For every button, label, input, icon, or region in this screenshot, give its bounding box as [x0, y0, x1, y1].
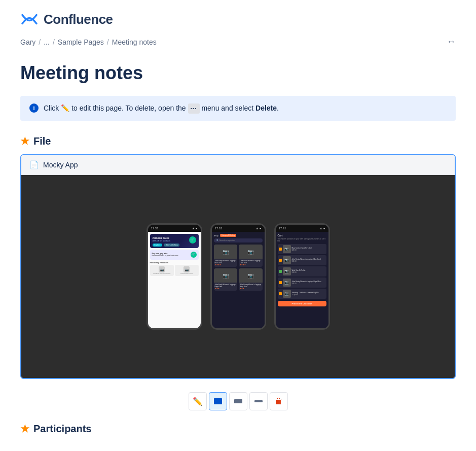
- file-card-body: 17:31 ▲ ● Autumn Sales 30% off on produc…: [21, 175, 455, 378]
- svg-rect-0: [214, 398, 222, 404]
- breadcrumb-sep-1: /: [39, 38, 41, 46]
- phone1-buy-banner: Buy now, pay later Browse the rest of yo…: [150, 250, 199, 260]
- participants-section-heading: ★ Participants: [20, 423, 456, 435]
- file-card: 📄 Mocky App 17:31 ▲ ● Autumn Sales 30% o…: [20, 154, 456, 379]
- phone2-screen: Shop Category 6 Clothing 🔍 Search on a p…: [212, 232, 265, 328]
- breadcrumb-meeting-notes[interactable]: Meeting notes: [112, 38, 157, 46]
- info-icon: i: [29, 103, 39, 113]
- phone3-item-2: 📷 John Ready Women's Leggings Blue Coral…: [278, 255, 326, 265]
- file-card-filename: Mocky App: [43, 161, 78, 169]
- phone3-item-4: 📷 John Ready Women's Leggings Napa Blue.…: [278, 277, 326, 288]
- phone2-item-3: 📷 John Brady Women's Leggings Naga Gala.…: [214, 268, 238, 291]
- phone2-status-bar: 17:31 ▲ ●: [212, 225, 265, 232]
- breadcrumb-sep-3: /: [107, 38, 109, 46]
- info-prefix: Click: [44, 104, 59, 112]
- phones-container: 17:31 ▲ ● Autumn Sales 30% off on produc…: [147, 223, 330, 330]
- phone3-checkout-btn[interactable]: Proceed to Checkout: [278, 301, 326, 306]
- view-medium-icon: [234, 398, 243, 405]
- info-banner-text: Click ✏️ to edit this page. To delete, o…: [44, 103, 279, 114]
- phone3-item-1: 📷 Mary Comfort Sand Fit T-Shirt $24.99: [278, 244, 326, 254]
- file-card-header: 📄 Mocky App: [21, 155, 455, 175]
- phone3-item-3: 📷 Wool Slim Fit T-shirt $19.99: [278, 266, 326, 276]
- toolbar-view-full-btn[interactable]: [209, 392, 227, 410]
- phone2-item-2: 📷 Love Heart Women's Leggings Corol Blue…: [239, 245, 263, 267]
- participants-heading-label: Participants: [33, 423, 91, 435]
- toolbar-delete-btn[interactable]: 🗑: [270, 392, 288, 410]
- breadcrumb-sample-pages[interactable]: Sample Pages: [58, 38, 104, 46]
- phone1-product-1: 📷 John Brady Women's Leggings: [150, 265, 174, 276]
- phone1-banner: Autumn Sales 30% off on products Explore…: [150, 234, 199, 248]
- toolbar-view-medium-btn[interactable]: [229, 392, 247, 410]
- phone1-basket2-icon: 🛒: [191, 252, 197, 258]
- phone1-buttons: Explore Men's Clothing: [153, 244, 196, 247]
- phone2-item-4: 📷 John Ready Women's Leggings Naga Blue.…: [239, 268, 263, 291]
- participants-star-icon: ★: [20, 423, 29, 435]
- phone-mockup-1: 17:31 ▲ ● Autumn Sales 30% off on produc…: [147, 223, 202, 330]
- file-toolbar: ✏️ 🗑: [20, 387, 456, 418]
- info-delete: Delete: [255, 104, 277, 112]
- view-full-icon: [213, 398, 223, 405]
- info-ellipsis: ···: [188, 103, 200, 114]
- info-middle: to edit this page. To delete, open the: [71, 104, 186, 112]
- info-period: .: [277, 104, 279, 112]
- view-small-icon: [254, 398, 263, 405]
- file-section-heading: ★ File: [20, 135, 456, 147]
- page-content: Meeting notes i Click ✏️ to edit this pa…: [0, 62, 476, 435]
- phone-mockup-3: 17:31 ▲ ● Cart You have 6 products in yo…: [274, 223, 330, 330]
- toolbar-view-small-btn[interactable]: [249, 392, 268, 410]
- breadcrumb-sep-2: /: [53, 38, 55, 46]
- breadcrumb: Gary / ... / Sample Pages / Meeting note…: [0, 33, 476, 52]
- phone2-item-1: 📷 John Brady Women's Leggings Blue Corol…: [214, 245, 238, 267]
- breadcrumb-ellipsis[interactable]: ...: [44, 38, 50, 46]
- svg-rect-2: [254, 400, 263, 402]
- phone3-item-5: 📷 Samsung - Telefonica Ultramax City Blu…: [278, 289, 326, 299]
- header: Confluence: [0, 0, 476, 33]
- phone1-screen: Autumn Sales 30% off on products Explore…: [148, 232, 201, 328]
- phone3-status-bar: 17:31 ▲ ●: [276, 225, 328, 232]
- phone1-product-grid: 📷 John Brady Women's Leggings 📷 Samsung …: [150, 265, 199, 276]
- breadcrumb-gary[interactable]: Gary: [20, 38, 35, 46]
- expand-icon[interactable]: ↔: [447, 37, 456, 47]
- logo: Confluence: [20, 10, 113, 28]
- logo-text: Confluence: [44, 12, 113, 27]
- info-suffix: menu and select: [201, 104, 253, 112]
- info-banner: i Click ✏️ to edit this page. To delete,…: [20, 96, 456, 121]
- phone1-status-bar: 17:31 ▲ ●: [148, 225, 201, 232]
- file-doc-icon: 📄: [29, 160, 39, 169]
- phone3-screen: Cart You have 6 products in your cart. V…: [276, 232, 328, 328]
- phone-mockup-2: 17:31 ▲ ● Shop Category 6 Clothing 🔍 Sea…: [210, 223, 266, 330]
- confluence-logo-icon: [20, 10, 39, 28]
- phone3-item-list: 📷 Mary Comfort Sand Fit T-Shirt $24.99 📷: [278, 244, 326, 299]
- page-title: Meeting notes: [20, 62, 456, 84]
- file-star-icon: ★: [20, 135, 29, 147]
- phone2-search: 🔍 Search on a product: [214, 238, 263, 242]
- phone1-product-2: 📷 Samsung 50mm Lens: [175, 265, 199, 276]
- svg-rect-1: [234, 399, 242, 403]
- toolbar-edit-btn[interactable]: ✏️: [189, 392, 207, 410]
- phone1-basket-icon: 🛒: [189, 236, 196, 244]
- info-pencil: ✏️: [61, 104, 71, 112]
- phone2-grid: 📷 John Brady Women's Leggings Blue Corol…: [214, 245, 263, 291]
- file-heading-label: File: [33, 135, 51, 147]
